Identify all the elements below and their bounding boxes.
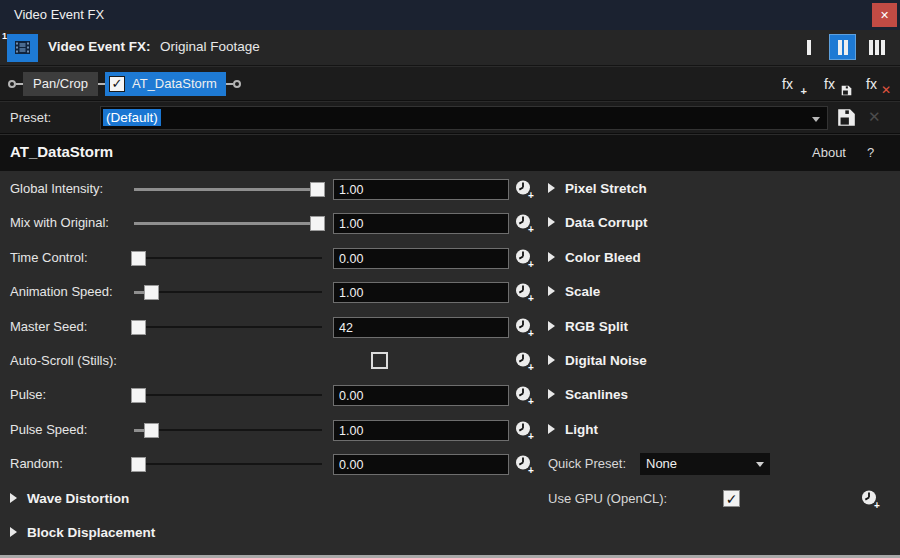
quick-preset-dropdown[interactable]: None bbox=[640, 453, 770, 475]
track-number: 1 bbox=[2, 31, 7, 41]
section-row: Digital Noise bbox=[0, 344, 900, 378]
section-row: RGB Split bbox=[0, 310, 900, 344]
layout-three-pane[interactable] bbox=[863, 34, 890, 60]
layout-bar-icon bbox=[875, 40, 879, 55]
save-icon bbox=[841, 85, 852, 96]
fx-toolbar: fx + fx fx ✕ bbox=[782, 67, 892, 101]
about-button[interactable]: About bbox=[812, 145, 846, 160]
chain-plugin-atdatastorm[interactable]: ✓ AT_DataStorm bbox=[105, 72, 226, 96]
help-button[interactable]: ? bbox=[867, 145, 874, 160]
section-block-displacement-label: Block Displacement bbox=[27, 525, 155, 540]
delete-preset-button[interactable]: ✕ bbox=[868, 108, 881, 126]
plugin-label: AT_DataStorm bbox=[132, 76, 217, 91]
layout-one-pane[interactable] bbox=[795, 34, 822, 60]
plugin-title: AT_DataStorm bbox=[10, 143, 113, 160]
event-fx-label: Video Event FX: bbox=[48, 39, 151, 54]
quick-preset-label: Quick Preset: bbox=[548, 456, 626, 471]
collapsed-triangle-icon[interactable] bbox=[548, 183, 555, 193]
quick-preset-row: Quick Preset:None bbox=[0, 447, 900, 481]
collapsed-triangle-icon[interactable] bbox=[548, 424, 555, 434]
layout-bar-icon bbox=[838, 40, 842, 55]
section-row: Data Corrupt bbox=[0, 206, 900, 240]
video-event-fx-window: Video Event FX ✕ 1 Video Event FX: Origi… bbox=[0, 0, 900, 558]
chain-plugin-pancrop[interactable]: Pan/Crop bbox=[23, 72, 98, 96]
preset-bar: Preset: (Default) ✕ bbox=[0, 102, 900, 134]
chain-link bbox=[98, 83, 105, 85]
preset-combobox[interactable]: (Default) bbox=[100, 106, 828, 130]
window-title: Video Event FX bbox=[14, 7, 104, 22]
collapsed-triangle-icon[interactable] bbox=[548, 252, 555, 262]
gpu-checkbox[interactable]: ✓ bbox=[723, 490, 740, 507]
chain-end-node bbox=[233, 80, 241, 88]
save-preset-icon bbox=[837, 108, 856, 127]
section-data-corrupt-label: Data Corrupt bbox=[565, 215, 648, 230]
fx-glyph: fx bbox=[866, 76, 877, 92]
section-scale-label: Scale bbox=[565, 284, 600, 299]
remove-effect-button[interactable]: fx ✕ bbox=[866, 76, 892, 92]
video-track-badge: 1 bbox=[7, 34, 38, 62]
section-row: Pixel Stretch bbox=[0, 172, 900, 206]
add-effect-button[interactable]: fx + bbox=[782, 76, 808, 92]
collapsed-triangle-icon[interactable] bbox=[548, 217, 555, 227]
plus-icon: + bbox=[801, 85, 807, 97]
fx-glyph: fx bbox=[782, 76, 793, 92]
collapsed-triangle-icon[interactable] bbox=[548, 355, 555, 365]
section-rgb-split-label: RGB Split bbox=[565, 319, 628, 334]
plugin-enabled-checkbox[interactable]: ✓ bbox=[109, 76, 125, 92]
chain-link bbox=[16, 83, 23, 85]
event-name: Original Footage bbox=[160, 39, 260, 54]
gpu-label: Use GPU (OpenCL): bbox=[548, 491, 667, 506]
section-digital-noise-label: Digital Noise bbox=[565, 353, 647, 368]
remove-x-icon: ✕ bbox=[881, 83, 891, 97]
section-row: Block Displacement bbox=[0, 516, 900, 550]
section-row: Scanlines bbox=[0, 378, 900, 412]
layout-buttons bbox=[795, 34, 890, 60]
collapsed-triangle-icon[interactable] bbox=[10, 527, 17, 537]
layout-bar-icon bbox=[844, 40, 848, 55]
plugin-chain: Pan/Crop ✓ AT_DataStorm fx + fx fx bbox=[0, 67, 900, 101]
close-button[interactable]: ✕ bbox=[872, 3, 897, 27]
section-row: Light bbox=[0, 413, 900, 447]
plugin-header: AT_DataStorm About ? bbox=[0, 135, 900, 171]
svg-text:+: + bbox=[874, 500, 880, 510]
titlebar[interactable]: Video Event FX ✕ bbox=[0, 0, 900, 30]
collapsed-triangle-icon[interactable] bbox=[548, 389, 555, 399]
save-preset-button[interactable] bbox=[837, 108, 856, 131]
chain-link bbox=[226, 83, 233, 85]
gpu-row: Use GPU (OpenCL):✓+ bbox=[0, 482, 900, 516]
section-row: Color Bleed bbox=[0, 241, 900, 275]
section-row: Scale bbox=[0, 275, 900, 309]
fx-glyph: fx bbox=[824, 76, 835, 92]
quick-preset-value: None bbox=[646, 456, 677, 471]
layout-bar-icon bbox=[869, 40, 873, 55]
preset-value[interactable]: (Default) bbox=[103, 109, 161, 126]
keyframe-clock-icon[interactable]: + bbox=[860, 489, 882, 511]
section-pixel-stretch-label: Pixel Stretch bbox=[565, 181, 647, 196]
film-icon bbox=[15, 41, 30, 54]
preset-label: Preset: bbox=[10, 110, 51, 125]
section-light-label: Light bbox=[565, 422, 598, 437]
section-scanlines-label: Scanlines bbox=[565, 387, 628, 402]
plugin-label: Pan/Crop bbox=[33, 76, 88, 91]
chevron-down-icon[interactable] bbox=[812, 117, 820, 122]
collapsed-triangle-icon[interactable] bbox=[548, 321, 555, 331]
event-header: 1 Video Event FX: Original Footage bbox=[0, 30, 900, 66]
layout-bar-icon bbox=[881, 40, 885, 55]
save-filter-package-button[interactable]: fx bbox=[824, 76, 850, 92]
layout-bar-icon bbox=[807, 40, 811, 55]
chain-start-node bbox=[8, 80, 16, 88]
section-color-bleed-label: Color Bleed bbox=[565, 250, 641, 265]
chevron-down-icon[interactable] bbox=[756, 462, 764, 467]
collapsed-triangle-icon[interactable] bbox=[548, 286, 555, 296]
close-icon: ✕ bbox=[880, 9, 889, 22]
layout-two-pane[interactable] bbox=[829, 34, 856, 60]
